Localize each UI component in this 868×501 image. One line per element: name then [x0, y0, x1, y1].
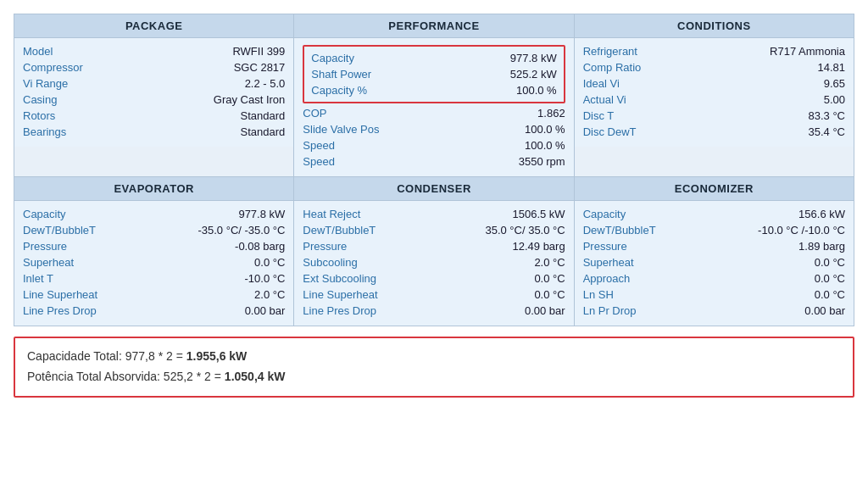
row-value: 35.4 °C — [808, 125, 845, 138]
row-value: RWFII 399 — [232, 45, 285, 58]
row-label: Actual Vi — [583, 93, 659, 106]
economizer-header: ECONOMIZER — [574, 177, 854, 201]
row-label: Line Superheat — [23, 288, 99, 301]
table-row: Ln Pr Drop 0.00 bar — [583, 303, 845, 319]
totals-box: Capacidade Total: 977,8 * 2 = 1.955,6 kW… — [14, 337, 854, 398]
row-value: 0.00 bar — [804, 304, 845, 317]
table-row: Ideal Vi 9.65 — [583, 75, 845, 92]
package-body: Model RWFII 399 Compressor SGC 2817 Vi R… — [14, 38, 294, 177]
table-row: Ext Subcooling 0.0 °C — [303, 270, 565, 287]
row-label: Pressure — [303, 240, 379, 253]
row-value: 156.6 kW — [798, 208, 845, 220]
highlighted-label: Capacity % — [311, 84, 387, 97]
table-row: Actual Vi 5.00 — [583, 92, 845, 108]
row-label: Ideal Vi — [583, 77, 659, 90]
row-value: 977.8 kW — [238, 208, 285, 220]
row-value: 83.3 °C — [808, 109, 845, 122]
table-row: Capacity 977.8 kW — [23, 206, 285, 222]
row-label: Line Superheat — [303, 288, 379, 301]
table-row: Pressure 12.49 barg — [303, 238, 565, 254]
condenser-header: CONDENSER — [294, 177, 574, 201]
row-value: -0.08 barg — [235, 240, 285, 253]
row-value: 1.89 barg — [798, 240, 845, 253]
row-label: Superheat — [583, 256, 659, 269]
row-label: DewT/BubbleT — [583, 224, 659, 237]
total-capacity-value: 1.955,6 kW — [186, 349, 248, 363]
table-row: Heat Reject 1506.5 kW — [303, 206, 565, 222]
row-value: Standard — [241, 109, 286, 122]
table-row: Bearings Standard — [23, 124, 285, 140]
row-value: 14.81 — [817, 61, 845, 74]
row-label: Ext Subcooling — [303, 272, 379, 285]
table-row: Ln SH 0.0 °C — [583, 287, 845, 303]
row-label: Inlet T — [23, 272, 99, 285]
table-row: Disc T 83.3 °C — [583, 108, 845, 124]
table-row: Model RWFII 399 — [23, 43, 285, 59]
table-row: Speed 3550 rpm — [303, 153, 565, 170]
row-label: Capacity — [23, 208, 99, 220]
table-row: Comp Ratio 14.81 — [583, 59, 845, 75]
total-power-line: Potência Total Absorvida: 525,2 * 2 = 1.… — [27, 367, 841, 387]
table-row: Capacity 156.6 kW — [583, 206, 845, 222]
row-label: Rotors — [23, 109, 99, 122]
row-label: Casing — [23, 93, 99, 106]
condenser-body: Heat Reject 1506.5 kW DewT/BubbleT 35.0 … — [294, 201, 574, 326]
row-label: Vi Range — [23, 77, 99, 90]
table-row: Subcooling 2.0 °C — [303, 254, 565, 270]
row-value: 0.00 bar — [245, 304, 286, 317]
row-label: Line Pres Drop — [303, 304, 379, 317]
table-row: COP 1.862 — [303, 105, 565, 121]
table-row: Compressor SGC 2817 — [23, 59, 285, 75]
row-label: Disc T — [583, 109, 659, 122]
row-label: Pressure — [23, 240, 99, 253]
row-value: 0.0 °C — [815, 256, 845, 269]
table-row: Line Superheat 0.0 °C — [303, 287, 565, 303]
row-value: R717 Ammonia — [770, 45, 845, 58]
row-label: Disc DewT — [583, 125, 659, 138]
row-value: 3550 rpm — [519, 155, 565, 168]
row-label: Bearings — [23, 125, 99, 138]
evaporator-header: EVAPORATOR — [14, 177, 294, 201]
row-label: Ln SH — [583, 288, 659, 301]
row-label: Speed — [303, 139, 379, 152]
total-capacity-line: Capacidade Total: 977,8 * 2 = 1.955,6 kW — [27, 347, 841, 367]
row-label: DewT/BubbleT — [303, 224, 379, 237]
row-label: Subcooling — [303, 256, 379, 269]
highlighted-label: Shaft Power — [311, 68, 387, 81]
row-value: 9.65 — [824, 77, 845, 90]
row-label: Slide Valve Pos — [303, 123, 379, 136]
highlighted-value: 100.0 % — [516, 84, 557, 97]
row-value: Standard — [241, 125, 286, 138]
row-value: 2.0 °C — [254, 288, 285, 301]
main-data-table: PACKAGE PERFORMANCE CONDITIONS Model RWF… — [14, 14, 854, 326]
row-label: Compressor — [23, 61, 99, 74]
performance-body: Capacity 977.8 kW Shaft Power 525.2 kW C… — [294, 38, 574, 177]
table-row: Superheat 0.0 °C — [583, 254, 845, 270]
row-value: 1506.5 kW — [513, 208, 565, 220]
row-value: 35.0 °C/ 35.0 °C — [485, 224, 565, 237]
row-value: -10.0 °C /-10.0 °C — [758, 224, 845, 237]
row-label: Heat Reject — [303, 208, 379, 220]
highlighted-performance: Capacity 977.8 kW Shaft Power 525.2 kW C… — [303, 45, 565, 103]
table-row: Line Pres Drop 0.00 bar — [303, 303, 565, 319]
table-row: DewT/BubbleT -35.0 °C/ -35.0 °C — [23, 222, 285, 238]
table-row: Refrigerant R717 Ammonia — [583, 43, 845, 59]
total-capacity-prefix: Capacidade Total: 977,8 * 2 = — [27, 349, 186, 363]
row-label: Ln Pr Drop — [583, 304, 659, 317]
table-row: Superheat 0.0 °C — [23, 254, 285, 270]
row-value: 1.862 — [537, 107, 565, 120]
row-value: 100.0 % — [525, 123, 565, 136]
row-value: 2.2 - 5.0 — [245, 77, 286, 90]
table-row: Speed 100.0 % — [303, 137, 565, 153]
table-row: DewT/BubbleT 35.0 °C/ 35.0 °C — [303, 222, 565, 238]
row-label: Superheat — [23, 256, 99, 269]
highlighted-row: Shaft Power 525.2 kW — [311, 66, 556, 82]
row-label: DewT/BubbleT — [23, 224, 99, 237]
table-row: Line Superheat 2.0 °C — [23, 287, 285, 303]
row-label: Refrigerant — [583, 45, 659, 58]
row-label: Comp Ratio — [583, 61, 659, 74]
table-row: Slide Valve Pos 100.0 % — [303, 121, 565, 137]
row-value: 12.49 barg — [512, 240, 565, 253]
table-row: Line Pres Drop 0.00 bar — [23, 303, 285, 319]
row-label: Model — [23, 45, 99, 58]
